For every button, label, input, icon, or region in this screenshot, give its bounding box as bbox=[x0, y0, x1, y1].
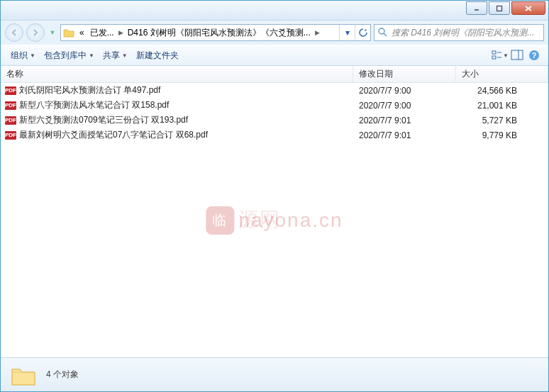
minimize-button[interactable] bbox=[466, 1, 487, 15]
table-row[interactable]: PDF最新刘树明六爻面授笔记07八字笔记合订 双68.pdf2020/7/7 9… bbox=[1, 128, 548, 142]
pdf-icon: PDF bbox=[5, 116, 16, 125]
search-icon bbox=[377, 27, 389, 38]
refresh-button[interactable] bbox=[355, 24, 370, 41]
navbar: ▼ « 已发... ▶ D416 刘树明《阴阳宅风水预测法》《六爻预测... ▶… bbox=[1, 21, 548, 45]
column-header-name[interactable]: 名称 bbox=[1, 66, 353, 82]
preview-pane-button[interactable] bbox=[509, 47, 526, 64]
svg-rect-1 bbox=[497, 6, 502, 11]
svg-rect-10 bbox=[511, 50, 523, 60]
svg-line-5 bbox=[384, 33, 387, 36]
chevron-right-icon[interactable]: ▶ bbox=[117, 29, 125, 36]
file-date: 2020/7/7 9:00 bbox=[353, 101, 456, 111]
svg-point-4 bbox=[379, 28, 384, 34]
close-button[interactable] bbox=[511, 1, 545, 15]
nav-back-button[interactable] bbox=[5, 23, 23, 42]
pdf-icon: PDF bbox=[5, 86, 16, 95]
pdf-icon: PDF bbox=[5, 101, 16, 110]
chevron-right-icon[interactable]: ▶ bbox=[314, 29, 321, 36]
watermark-badge: 临 bbox=[206, 206, 234, 235]
table-row[interactable]: PDF刘氏阴阳宅风水预测法合订 单497.pdf2020/7/7 9:0024,… bbox=[1, 83, 548, 98]
watermark-text2: 源网 bbox=[238, 206, 281, 233]
file-size: 24,566 KB bbox=[456, 86, 548, 96]
search-placeholder: 搜索 D416 刘树明《阴阳宅风水预测... bbox=[392, 27, 540, 39]
status-bar: 4 个对象 bbox=[1, 357, 548, 391]
file-size: 21,001 KB bbox=[456, 101, 548, 111]
file-name: 刘氏阴阳宅风水预测法合订 单497.pdf bbox=[19, 84, 160, 96]
svg-rect-7 bbox=[492, 56, 496, 59]
status-count: 4 个对象 bbox=[46, 369, 79, 381]
breadcrumb-prefix[interactable]: « bbox=[77, 25, 87, 40]
address-dropdown-button[interactable]: ▾ bbox=[339, 24, 355, 41]
address-bar[interactable]: « 已发... ▶ D416 刘树明《阴阳宅风水预测法》《六爻预测... ▶ ▾ bbox=[60, 24, 371, 41]
explorer-window: ▼ « 已发... ▶ D416 刘树明《阴阳宅风水预测法》《六爻预测... ▶… bbox=[0, 0, 549, 392]
nav-forward-button[interactable] bbox=[26, 23, 45, 42]
maximize-button[interactable] bbox=[489, 1, 510, 15]
file-date: 2020/7/7 9:01 bbox=[353, 116, 456, 125]
watermark: 临 nayona.cn 源网 bbox=[206, 206, 343, 235]
column-header-date[interactable]: 修改日期 bbox=[353, 66, 456, 82]
file-list[interactable]: PDF刘氏阴阳宅风水预测法合订 单497.pdf2020/7/7 9:0024,… bbox=[1, 83, 548, 357]
search-input[interactable]: 搜索 D416 刘树明《阴阳宅风水预测... bbox=[374, 24, 544, 41]
new-folder-button[interactable]: 新建文件夹 bbox=[132, 45, 183, 65]
toolbar: 组织▼ 包含到库中▼ 共享▼ 新建文件夹 ▼ ? bbox=[1, 45, 548, 66]
file-size: 9,779 KB bbox=[456, 130, 548, 140]
column-header-size[interactable]: 大小 bbox=[456, 66, 548, 82]
breadcrumb-item[interactable]: D416 刘树明《阴阳宅风水预测法》《六爻预测... bbox=[125, 25, 314, 40]
file-size: 5,727 KB bbox=[456, 116, 548, 125]
share-button[interactable]: 共享▼ bbox=[99, 45, 132, 65]
file-name: 新型八字预测法风水笔记合订 双158.pdf bbox=[19, 99, 169, 111]
file-date: 2020/7/7 9:00 bbox=[353, 86, 456, 96]
window-controls bbox=[465, 1, 545, 15]
include-in-library-button[interactable]: 包含到库中▼ bbox=[40, 45, 99, 65]
help-button[interactable]: ? bbox=[526, 47, 543, 64]
titlebar bbox=[1, 1, 548, 21]
breadcrumb-item[interactable]: 已发... bbox=[87, 25, 117, 40]
folder-icon bbox=[62, 26, 75, 39]
table-row[interactable]: PDF新型八字预测法风水笔记合订 双158.pdf2020/7/7 9:0021… bbox=[1, 98, 548, 113]
table-row[interactable]: PDF新型六爻预测法0709笔记三份合订 双193.pdf2020/7/7 9:… bbox=[1, 113, 548, 128]
column-headers: 名称 修改日期 大小 bbox=[1, 66, 548, 83]
file-name: 新型六爻预测法0709笔记三份合订 双193.pdf bbox=[19, 114, 188, 126]
organize-button[interactable]: 组织▼ bbox=[6, 45, 40, 65]
file-name: 最新刘树明六爻面授笔记07八字笔记合订 双68.pdf bbox=[19, 129, 208, 141]
svg-rect-6 bbox=[492, 51, 496, 54]
watermark-text: nayona.cn bbox=[238, 209, 343, 231]
svg-text:?: ? bbox=[532, 51, 537, 60]
file-date: 2020/7/7 9:01 bbox=[353, 130, 456, 140]
pdf-icon: PDF bbox=[5, 131, 16, 140]
folder-large-icon bbox=[11, 364, 36, 386]
view-options-button[interactable]: ▼ bbox=[492, 47, 509, 64]
nav-history-dropdown[interactable]: ▼ bbox=[48, 25, 57, 40]
